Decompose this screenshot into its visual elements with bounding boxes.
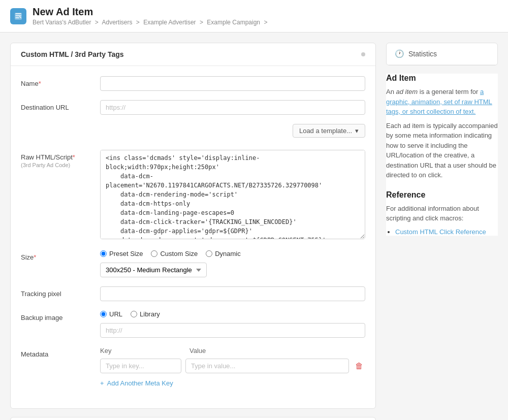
tracking-pixel-input[interactable] [100, 286, 365, 301]
app-container: New Ad Item Bert Varias's AdButler > Adv… [0, 0, 508, 420]
backup-image-label: Backup image [21, 310, 92, 321]
raw-html-textarea[interactable]: <ins class='dcmads' style='display:inlin… [100, 150, 365, 239]
load-template-button[interactable]: Load a template... ▾ [293, 124, 365, 138]
metadata-key-input[interactable] [100, 359, 181, 373]
tracking-pixel-label: Tracking pixel [21, 286, 92, 298]
statistics-panel: 🕐 Statistics [386, 43, 498, 66]
backup-library-option[interactable]: Library [131, 310, 160, 318]
metadata-key-header: Key [100, 347, 181, 354]
metadata-label: Metadata [21, 347, 92, 358]
size-control: Preset Size Custom Size Dynamic [100, 250, 365, 277]
metadata-row: Metadata Key Value 🗑 [21, 347, 365, 389]
ad-item-info: Ad Item An ad item is a general term for… [386, 74, 498, 180]
preset-size-select[interactable]: 300x250 - Medium Rectangle728x90 - Leade… [100, 263, 207, 277]
metadata-value-header: Value [189, 347, 365, 354]
size-label: Size* [21, 250, 92, 261]
metadata-header: Key Value [100, 347, 365, 354]
card-title: Custom HTML / 3rd Party Tags [21, 50, 124, 58]
destination-url-input[interactable] [100, 100, 365, 115]
template-row: Load a template... ▾ [21, 124, 365, 141]
plus-icon: + [100, 379, 104, 387]
breadcrumb: Bert Varias's AdButler > Advertisers > E… [33, 19, 269, 26]
sidebar: 🕐 Statistics Ad Item An ad item is a gen… [386, 43, 498, 420]
metadata-entry-row: 🗑 [100, 359, 365, 373]
backup-image-control: URL Library [100, 310, 365, 338]
destination-url-label: Destination URL [21, 100, 92, 111]
chevron-down-icon: ▾ [355, 127, 359, 135]
raw-html-row: Raw HTML/Script* (3rd Party Ad Code) <in… [21, 150, 365, 241]
breadcrumb-campaign[interactable]: Example Campaign [207, 19, 260, 26]
breadcrumb-advertisers[interactable]: Advertisers [102, 19, 132, 26]
destination-url-row: Destination URL [21, 100, 365, 115]
name-input[interactable] [100, 76, 365, 91]
tracking-pixel-row: Tracking pixel [21, 286, 365, 301]
header-icon [10, 8, 26, 24]
ad-item-info-text2: Each ad item is typically accompanied by… [386, 121, 498, 180]
tracking-pixel-control [100, 286, 365, 301]
main-card: Custom HTML / 3rd Party Tags Name* [10, 43, 376, 409]
ad-item-info-title: Ad Item [386, 74, 498, 83]
ad-item-info-text1: An ad item is a general term for a graph… [386, 87, 498, 117]
header: New Ad Item Bert Varias's AdButler > Adv… [0, 0, 508, 33]
reference-title: Reference [386, 190, 498, 200]
clock-icon: 🕐 [395, 49, 404, 58]
add-meta-key-button[interactable]: + Add Another Meta Key [100, 377, 173, 389]
form-area: Custom HTML / 3rd Party Tags Name* [10, 43, 376, 420]
main-layout: Custom HTML / 3rd Party Tags Name* [0, 33, 508, 420]
page-title: New Ad Item [33, 6, 269, 18]
size-options: Preset Size Custom Size Dynamic [100, 250, 365, 257]
custom-html-click-reference-link[interactable]: Custom HTML Click Reference [395, 228, 486, 236]
weighting-card-header[interactable]: Weighting + [11, 417, 375, 420]
card-body: Name* Destination URL [11, 66, 375, 408]
card-header: Custom HTML / 3rd Party Tags [11, 43, 375, 66]
preset-size-option[interactable]: Preset Size [100, 250, 143, 257]
breadcrumb-advertiser[interactable]: Example Advertiser [143, 19, 196, 26]
reference-info: Reference For additional information abo… [386, 190, 498, 236]
size-row: Size* Preset Size Custom Size [21, 250, 365, 277]
raw-html-control: <ins class='dcmads' style='display:inlin… [100, 150, 365, 241]
name-control [100, 76, 365, 91]
delete-metadata-button[interactable]: 🗑 [353, 360, 365, 373]
dynamic-size-option[interactable]: Dynamic [206, 250, 241, 257]
custom-size-option[interactable]: Custom Size [151, 250, 198, 257]
header-title-block: New Ad Item Bert Varias's AdButler > Adv… [33, 6, 269, 26]
metadata-control: Key Value 🗑 + [100, 347, 365, 389]
breadcrumb-adbutler[interactable]: Bert Varias's AdButler [33, 19, 91, 26]
reference-link-item: Custom HTML Click Reference [395, 228, 498, 236]
info-panel: Ad Item An ad item is a general term for… [386, 74, 498, 236]
name-label: Name* [21, 76, 92, 87]
backup-image-row: Backup image URL Library [21, 310, 365, 338]
template-control: Load a template... ▾ [100, 124, 365, 141]
weighting-card: Weighting + [10, 417, 376, 420]
reference-text: For additional information about scripti… [386, 204, 498, 223]
backup-url-option[interactable]: URL [100, 310, 122, 318]
stats-header: 🕐 Statistics [387, 43, 497, 65]
reference-links: Custom HTML Click Reference [386, 228, 498, 236]
stats-title: Statistics [408, 50, 437, 58]
backup-image-options: URL Library [100, 310, 365, 318]
metadata-value-input[interactable] [185, 359, 349, 373]
backup-url-input[interactable] [100, 323, 365, 338]
card-dot [361, 52, 365, 56]
raw-html-label: Raw HTML/Script* (3rd Party Ad Code) [21, 150, 92, 168]
destination-url-control [100, 100, 365, 115]
name-row: Name* [21, 76, 365, 91]
trash-icon: 🗑 [355, 362, 363, 370]
